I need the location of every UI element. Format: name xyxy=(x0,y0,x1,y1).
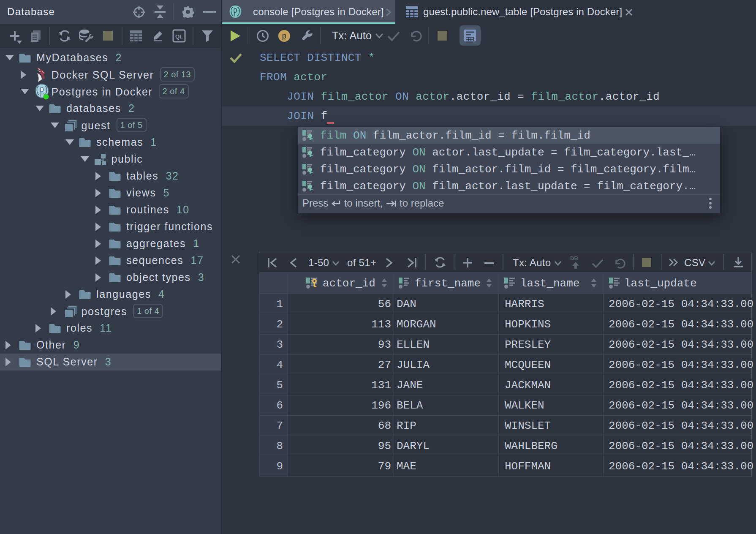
svg-text:DB: DB xyxy=(570,255,578,262)
svg-text:p: p xyxy=(282,31,287,40)
svg-text:QL: QL xyxy=(175,33,183,40)
